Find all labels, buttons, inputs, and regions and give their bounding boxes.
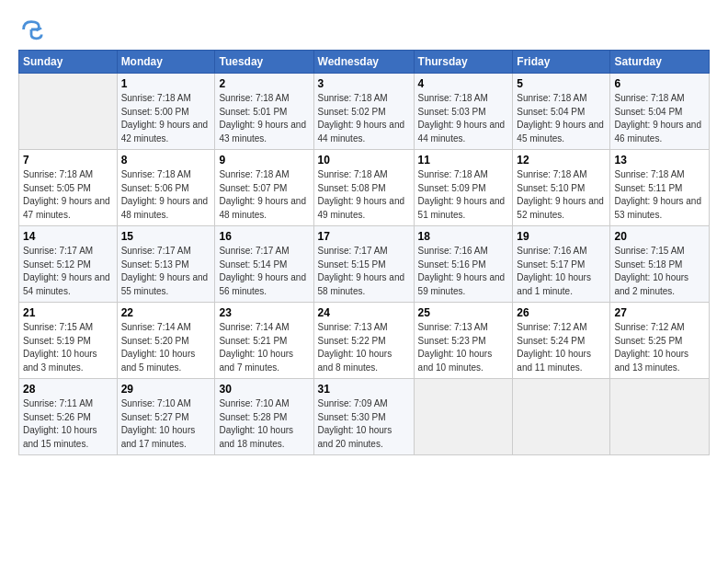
day-info: Sunrise: 7:16 AMSunset: 5:17 PMDaylight:…: [517, 245, 606, 298]
day-number: 27: [614, 306, 705, 319]
calendar-cell: 7Sunrise: 7:18 AMSunset: 5:05 PMDaylight…: [19, 150, 118, 226]
calendar-cell: [610, 379, 710, 455]
day-number: 1: [121, 77, 211, 90]
calendar-cell: 24Sunrise: 7:13 AMSunset: 5:22 PMDayligh…: [313, 303, 414, 379]
calendar-cell: 16Sunrise: 7:17 AMSunset: 5:14 PMDayligh…: [215, 226, 313, 303]
calendar-cell: 2Sunrise: 7:18 AMSunset: 5:01 PMDaylight…: [215, 74, 313, 150]
day-number: 5: [517, 77, 606, 90]
calendar-cell: 1Sunrise: 7:18 AMSunset: 5:00 PMDaylight…: [117, 74, 215, 150]
day-info: Sunrise: 7:12 AMSunset: 5:25 PMDaylight:…: [614, 321, 705, 374]
day-info: Sunrise: 7:18 AMSunset: 5:01 PMDaylight:…: [219, 92, 309, 145]
day-number: 11: [418, 154, 509, 167]
calendar-cell: 13Sunrise: 7:18 AMSunset: 5:11 PMDayligh…: [610, 150, 710, 226]
calendar-cell: 8Sunrise: 7:18 AMSunset: 5:06 PMDaylight…: [117, 150, 215, 226]
day-number: 19: [517, 230, 606, 243]
calendar-cell: [19, 74, 118, 150]
calendar-cell: 28Sunrise: 7:11 AMSunset: 5:26 PMDayligh…: [19, 379, 118, 455]
day-number: 29: [121, 383, 211, 396]
calendar-cell: 27Sunrise: 7:12 AMSunset: 5:25 PMDayligh…: [610, 303, 710, 379]
day-info: Sunrise: 7:18 AMSunset: 5:04 PMDaylight:…: [517, 92, 606, 145]
day-info: Sunrise: 7:11 AMSunset: 5:26 PMDaylight:…: [23, 397, 113, 451]
day-info: Sunrise: 7:17 AMSunset: 5:13 PMDaylight:…: [121, 245, 211, 298]
calendar-cell: 20Sunrise: 7:15 AMSunset: 5:18 PMDayligh…: [610, 226, 710, 303]
day-number: 6: [614, 77, 705, 90]
calendar-cell: 21Sunrise: 7:15 AMSunset: 5:19 PMDayligh…: [19, 303, 118, 379]
calendar-week-4: 28Sunrise: 7:11 AMSunset: 5:26 PMDayligh…: [19, 379, 710, 455]
day-number: 13: [614, 154, 705, 167]
calendar-cell: 22Sunrise: 7:14 AMSunset: 5:20 PMDayligh…: [117, 303, 215, 379]
day-info: Sunrise: 7:18 AMSunset: 5:04 PMDaylight:…: [614, 92, 705, 145]
day-info: Sunrise: 7:18 AMSunset: 5:03 PMDaylight:…: [418, 92, 509, 145]
calendar-week-0: 1Sunrise: 7:18 AMSunset: 5:00 PMDaylight…: [19, 74, 710, 150]
day-info: Sunrise: 7:15 AMSunset: 5:18 PMDaylight:…: [614, 245, 705, 298]
day-number: 17: [318, 230, 410, 243]
calendar-cell: 29Sunrise: 7:10 AMSunset: 5:27 PMDayligh…: [117, 379, 215, 455]
logo: [18, 17, 48, 42]
header-area: [18, 17, 710, 42]
day-info: Sunrise: 7:17 AMSunset: 5:14 PMDaylight:…: [219, 245, 309, 298]
day-info: Sunrise: 7:14 AMSunset: 5:21 PMDaylight:…: [219, 321, 309, 374]
weekday-header-thursday: Thursday: [414, 51, 513, 74]
day-info: Sunrise: 7:10 AMSunset: 5:27 PMDaylight:…: [121, 397, 211, 451]
calendar-cell: 26Sunrise: 7:12 AMSunset: 5:24 PMDayligh…: [513, 303, 610, 379]
day-info: Sunrise: 7:18 AMSunset: 5:08 PMDaylight:…: [318, 168, 410, 222]
day-number: 20: [614, 230, 705, 243]
day-number: 9: [219, 154, 309, 167]
calendar-week-1: 7Sunrise: 7:18 AMSunset: 5:05 PMDaylight…: [19, 150, 710, 226]
day-info: Sunrise: 7:10 AMSunset: 5:28 PMDaylight:…: [219, 397, 309, 451]
weekday-header-tuesday: Tuesday: [215, 51, 313, 74]
day-info: Sunrise: 7:18 AMSunset: 5:11 PMDaylight:…: [614, 168, 705, 222]
day-number: 16: [219, 230, 309, 243]
day-info: Sunrise: 7:18 AMSunset: 5:10 PMDaylight:…: [517, 168, 606, 222]
day-info: Sunrise: 7:18 AMSunset: 5:07 PMDaylight:…: [219, 168, 309, 222]
calendar-cell: 9Sunrise: 7:18 AMSunset: 5:07 PMDaylight…: [215, 150, 313, 226]
day-number: 25: [418, 306, 509, 319]
day-info: Sunrise: 7:18 AMSunset: 5:09 PMDaylight:…: [418, 168, 509, 222]
day-info: Sunrise: 7:09 AMSunset: 5:30 PMDaylight:…: [318, 397, 410, 451]
weekday-header-monday: Monday: [117, 51, 215, 74]
weekday-header-sunday: Sunday: [19, 51, 118, 74]
calendar-cell: 12Sunrise: 7:18 AMSunset: 5:10 PMDayligh…: [513, 150, 610, 226]
day-info: Sunrise: 7:18 AMSunset: 5:02 PMDaylight:…: [318, 92, 410, 145]
calendar-week-2: 14Sunrise: 7:17 AMSunset: 5:12 PMDayligh…: [19, 226, 710, 303]
weekday-header-wednesday: Wednesday: [313, 51, 414, 74]
day-number: 22: [121, 306, 211, 319]
day-info: Sunrise: 7:18 AMSunset: 5:05 PMDaylight:…: [23, 168, 113, 222]
calendar-cell: [414, 379, 513, 455]
day-info: Sunrise: 7:14 AMSunset: 5:20 PMDaylight:…: [121, 321, 211, 374]
page: SundayMondayTuesdayWednesdayThursdayFrid…: [0, 0, 728, 465]
calendar-cell: 19Sunrise: 7:16 AMSunset: 5:17 PMDayligh…: [513, 226, 610, 303]
calendar-table: SundayMondayTuesdayWednesdayThursdayFrid…: [18, 50, 710, 455]
day-number: 28: [23, 383, 113, 396]
weekday-header-saturday: Saturday: [610, 51, 710, 74]
calendar-cell: [513, 379, 610, 455]
calendar-header: SundayMondayTuesdayWednesdayThursdayFrid…: [19, 51, 710, 74]
calendar-week-3: 21Sunrise: 7:15 AMSunset: 5:19 PMDayligh…: [19, 303, 710, 379]
weekday-header-row: SundayMondayTuesdayWednesdayThursdayFrid…: [19, 51, 710, 74]
day-info: Sunrise: 7:13 AMSunset: 5:22 PMDaylight:…: [318, 321, 410, 374]
day-number: 15: [121, 230, 211, 243]
day-info: Sunrise: 7:15 AMSunset: 5:19 PMDaylight:…: [23, 321, 113, 374]
day-number: 21: [23, 306, 113, 319]
calendar-cell: 18Sunrise: 7:16 AMSunset: 5:16 PMDayligh…: [414, 226, 513, 303]
day-number: 26: [517, 306, 606, 319]
calendar-cell: 10Sunrise: 7:18 AMSunset: 5:08 PMDayligh…: [313, 150, 414, 226]
day-number: 23: [219, 306, 309, 319]
logo-icon: [18, 17, 44, 42]
day-number: 8: [121, 154, 211, 167]
day-number: 10: [318, 154, 410, 167]
calendar-cell: 30Sunrise: 7:10 AMSunset: 5:28 PMDayligh…: [215, 379, 313, 455]
day-number: 24: [318, 306, 410, 319]
calendar-cell: 31Sunrise: 7:09 AMSunset: 5:30 PMDayligh…: [313, 379, 414, 455]
day-number: 18: [418, 230, 509, 243]
day-info: Sunrise: 7:18 AMSunset: 5:06 PMDaylight:…: [121, 168, 211, 222]
day-number: 2: [219, 77, 309, 90]
weekday-header-friday: Friday: [513, 51, 610, 74]
calendar-cell: 6Sunrise: 7:18 AMSunset: 5:04 PMDaylight…: [610, 74, 710, 150]
day-info: Sunrise: 7:18 AMSunset: 5:00 PMDaylight:…: [121, 92, 211, 145]
calendar-cell: 3Sunrise: 7:18 AMSunset: 5:02 PMDaylight…: [313, 74, 414, 150]
day-number: 4: [418, 77, 509, 90]
day-info: Sunrise: 7:17 AMSunset: 5:12 PMDaylight:…: [23, 245, 113, 298]
calendar-body: 1Sunrise: 7:18 AMSunset: 5:00 PMDaylight…: [19, 74, 710, 455]
calendar-cell: 15Sunrise: 7:17 AMSunset: 5:13 PMDayligh…: [117, 226, 215, 303]
